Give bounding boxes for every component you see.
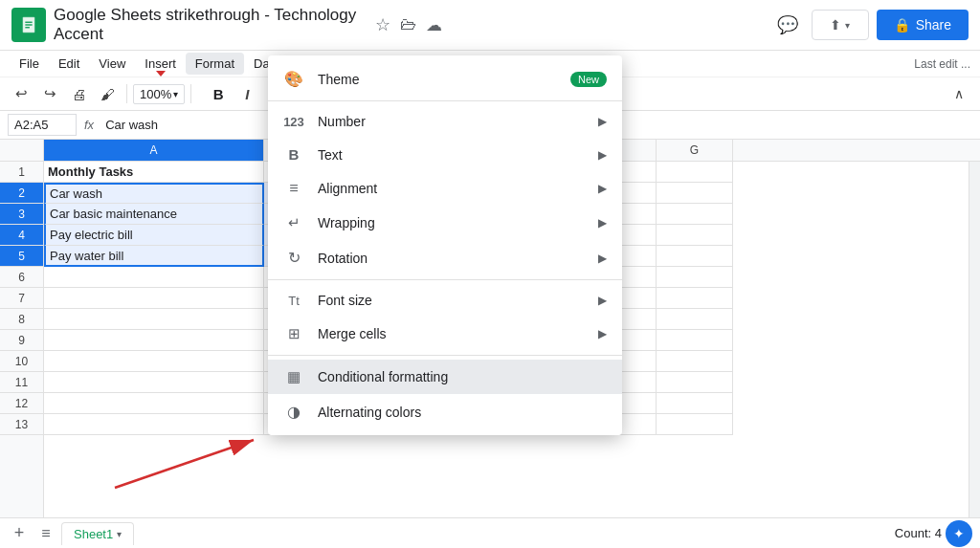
alignment-arrow: ▶ [598,182,607,195]
menu-item-view[interactable]: View [89,53,135,75]
format-menu-item-theme[interactable]: 🎨 Theme New [268,61,622,97]
row-header-8[interactable]: 8 [0,309,43,330]
format-menu-item-conditional[interactable]: ▦ Conditional formatting [268,360,622,394]
star-icon[interactable]: ☆ [375,14,390,35]
row-header-6[interactable]: 6 [0,267,43,288]
toolbar-divider-1 [126,84,127,103]
cell-a9[interactable] [44,330,264,351]
row-header-1[interactable]: 1 [0,162,43,183]
folder-icon[interactable]: 🗁 [400,15,416,34]
paint-format-button[interactable]: 🖌 [94,80,121,107]
explore-button[interactable]: ✦ [946,520,972,547]
cell-reference-box[interactable]: A2:A5 [8,114,77,136]
redo-button[interactable]: ↪ [36,80,63,107]
alternating-icon: ◑ [283,403,304,421]
col-header-g[interactable]: G [657,140,733,161]
cell-a4[interactable]: Pay electric bill [44,225,264,246]
move-arrow: ▾ [845,20,850,31]
menu-item-insert[interactable]: Insert [135,53,186,75]
add-sheet-button[interactable]: + [8,522,31,545]
wrapping-icon: ↵ [283,214,304,231]
title-icons: ☆ 🗁 ☁ [375,14,442,35]
alternating-label: Alternating colors [318,405,607,420]
share-label: Share [916,17,951,33]
row-header-7[interactable]: 7 [0,288,43,309]
comment-button[interactable]: 💬 [771,9,804,41]
format-menu-item-wrapping[interactable]: ↵ Wrapping ▶ [268,206,622,240]
cell-a5[interactable]: Pay water bill [44,246,264,267]
alignment-label: Alignment [318,181,585,196]
format-menu-item-alternating[interactable]: ◑ Alternating colors [268,394,622,429]
sheet-list-button[interactable]: ≡ [34,522,57,545]
format-menu-item-alignment[interactable]: ≡ Alignment ▶ [268,171,622,206]
row-header-12[interactable]: 12 [0,393,43,414]
cell-g5[interactable] [657,246,733,267]
cell-a11[interactable] [44,372,264,393]
cell-a3[interactable]: Car basic maintenance [44,204,264,225]
menu-item-file[interactable]: File [10,53,49,75]
cell-a2[interactable]: Car wash [44,183,264,204]
sheet1-label: Sheet1 [74,527,113,541]
doc-title: Google Sheets strikethrough - Technology… [54,6,368,44]
row-header-11[interactable]: 11 [0,372,43,393]
cell-a8[interactable] [44,309,264,330]
row-header-3[interactable]: 3 [0,204,43,225]
cell-a7[interactable] [44,288,264,309]
share-button[interactable]: 🔒 Share [877,10,969,40]
fontsize-arrow: ▶ [598,294,607,307]
bold-button[interactable]: B [205,80,232,107]
new-badge: New [570,72,607,87]
menu-item-format[interactable]: Format [186,53,244,75]
vertical-scrollbar[interactable] [969,162,980,525]
theme-label: Theme [318,72,557,87]
undo-button[interactable]: ↩ [8,80,34,107]
wrapping-arrow: ▶ [598,216,607,230]
col-header-a[interactable]: A [44,140,264,161]
merge-icon: ⊞ [283,325,304,342]
row-header-13[interactable]: 13 [0,414,43,435]
collapse-toolbar-button[interactable]: ∧ [946,80,972,107]
cell-a6[interactable] [44,267,264,288]
fontsize-icon: Tt [283,294,304,308]
top-bar: Google Sheets strikethrough - Technology… [0,0,980,51]
cell-g2[interactable] [657,183,733,204]
menu-item-edit[interactable]: Edit [49,53,89,75]
merge-label: Merge cells [318,326,585,341]
format-menu-item-merge[interactable]: ⊞ Merge cells ▶ [268,317,622,351]
cell-g3[interactable] [657,204,733,225]
move-button[interactable]: ⬆ ▾ [812,10,869,40]
row-header-10[interactable]: 10 [0,351,43,372]
format-menu-item-number[interactable]: 123 Number ▶ [268,105,622,138]
row-header-4[interactable]: 4 [0,225,43,246]
merge-arrow: ▶ [598,327,607,340]
format-menu-item-rotation[interactable]: ↻ Rotation ▶ [268,240,622,275]
cloud-icon[interactable]: ☁ [426,15,442,35]
format-menu-item-text[interactable]: B Text ▶ [268,138,622,171]
cell-a1[interactable]: Monthly Tasks [44,162,264,183]
last-edit-label[interactable]: Last edit ... [914,57,970,71]
number-label: Number [318,114,585,129]
row-header-5[interactable]: 5 [0,246,43,267]
row-header-9[interactable]: 9 [0,330,43,351]
share-lock-icon: 🔒 [894,17,910,33]
count-info: Count: 4 [895,526,942,540]
italic-button[interactable]: I [234,80,260,107]
fx-icon: fx [84,118,94,132]
cell-a10[interactable] [44,351,264,372]
format-dropdown-menu: 🎨 Theme New 123 Number ▶ B Text ▶ ≡ Alig… [268,55,622,435]
cell-a13[interactable] [44,414,264,435]
sheet-tab-sheet1[interactable]: Sheet1 ▾ [61,522,134,545]
cell-a12[interactable] [44,393,264,414]
cell-g4[interactable] [657,225,733,246]
cell-g1[interactable] [657,162,733,183]
rotation-label: Rotation [318,251,585,266]
wrapping-label: Wrapping [318,215,585,230]
text-icon: B [283,146,304,163]
format-menu-item-fontsize[interactable]: Tt Font size ▶ [268,284,622,317]
zoom-selector[interactable]: 100% ▾ [133,84,185,104]
row-header-2[interactable]: 2 [0,183,43,204]
print-button[interactable]: 🖨 [65,80,92,107]
text-arrow: ▶ [598,148,607,162]
rotation-arrow: ▶ [598,252,607,265]
theme-icon: 🎨 [283,70,304,88]
